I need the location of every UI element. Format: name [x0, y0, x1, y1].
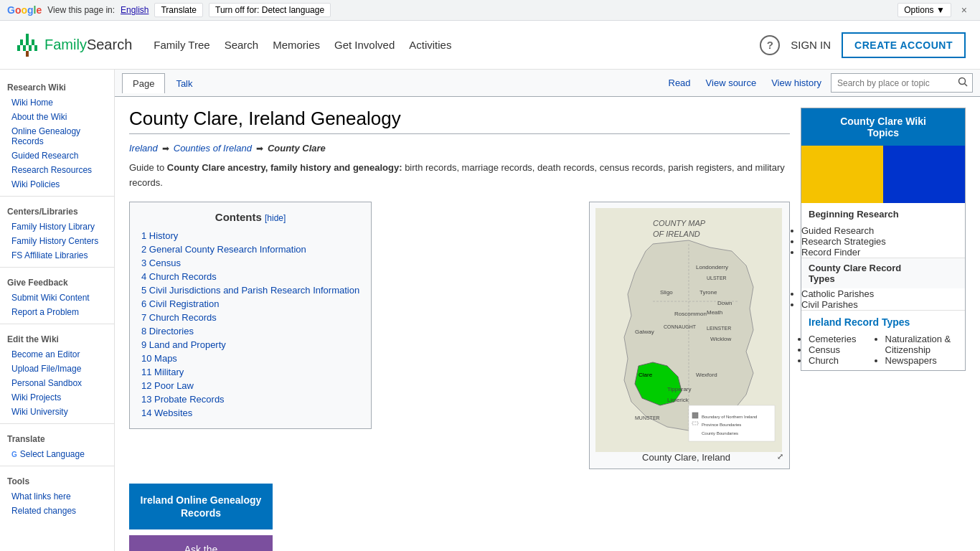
logo[interactable]: FamilySearch	[14, 32, 132, 58]
action-read[interactable]: Read	[663, 75, 697, 91]
help-icon[interactable]: ?	[760, 35, 780, 55]
svg-rect-1	[20, 39, 23, 45]
sidebar-divider-2	[0, 267, 114, 268]
contents-link-directories[interactable]: 8 Directories	[141, 326, 194, 336]
sidebar-item-related-changes[interactable]: Related changes	[0, 504, 114, 518]
contents-link-civil-jurisdictions[interactable]: 5 Civil Jurisdictions and Parish Researc…	[141, 285, 359, 296]
sidebar-item-personal-sandbox[interactable]: Personal Sandbox	[0, 376, 114, 390]
beginning-research-header: Beginning Research	[801, 203, 965, 225]
breadcrumb-arrow-1: ➡	[162, 143, 169, 154]
sidebar-item-become-editor[interactable]: Become an Editor	[0, 347, 114, 362]
county-flag	[801, 146, 965, 203]
sidebar-item-select-language[interactable]: G Select Language	[0, 447, 114, 461]
flag-gold	[801, 146, 883, 203]
sidebar-item-wiki-home[interactable]: Wiki Home	[0, 95, 114, 110]
svg-text:Down: Down	[717, 300, 732, 306]
link-guided-research[interactable]: Guided Research	[801, 225, 874, 236]
link-cemeteries[interactable]: Cemeteries	[809, 334, 856, 344]
sidebar-item-research-resources[interactable]: Research Resources	[0, 163, 114, 177]
sidebar-item-family-history-centers[interactable]: Family History Centers	[0, 234, 114, 248]
nav-family-tree[interactable]: Family Tree	[154, 39, 209, 51]
sidebar-item-fs-affiliate[interactable]: FS Affiliate Libraries	[0, 248, 114, 263]
translate-button[interactable]: Translate	[154, 3, 203, 17]
link-record-finder[interactable]: Record Finder	[801, 247, 860, 258]
link-census[interactable]: Census	[809, 344, 840, 355]
create-account-button[interactable]: CREATE ACCOUNT	[842, 32, 966, 58]
svg-rect-8	[26, 51, 29, 57]
map-expand-icon[interactable]: ⤢	[777, 452, 783, 461]
nav-search[interactable]: Search	[225, 39, 259, 51]
nav-activities[interactable]: Activities	[409, 39, 451, 51]
breadcrumb-ireland[interactable]: Ireland	[129, 143, 158, 154]
sidebar-item-wiki-projects[interactable]: Wiki Projects	[0, 390, 114, 405]
search-icon	[958, 77, 968, 87]
nav-get-involved[interactable]: Get Involved	[334, 39, 395, 51]
action-view-history[interactable]: View history	[765, 75, 827, 91]
contents-link-probate[interactable]: 13 Probate Records	[141, 394, 225, 405]
list-item: 8 Directories	[141, 324, 359, 338]
link-civil-parishes[interactable]: Civil Parishes	[801, 299, 858, 310]
content-area: Page Talk Read View source View history	[115, 70, 980, 551]
link-newspapers[interactable]: Newspapers	[885, 355, 937, 366]
link-church[interactable]: Church	[809, 355, 839, 366]
tab-page[interactable]: Page	[122, 73, 165, 93]
link-catholic-parishes[interactable]: Catholic Parishes	[801, 288, 874, 299]
ireland-map-image: COUNTY MAP OF IRELAND Londonderr	[595, 208, 782, 452]
list-item: 13 Probate Records	[141, 392, 359, 406]
svg-text:ULSTER: ULSTER	[707, 276, 727, 281]
translate-options-button[interactable]: Options ▼	[897, 3, 951, 17]
list-item: Guided Research	[801, 225, 965, 236]
ireland-genealogy-button[interactable]: Ireland Online GenealogyRecords	[129, 484, 273, 529]
breadcrumb-counties[interactable]: Counties of Ireland	[174, 143, 252, 154]
contents-link-church2[interactable]: 7 Church Records	[141, 312, 217, 323]
contents-hide-link[interactable]: [hide]	[265, 213, 286, 223]
translate-language-link[interactable]: English	[121, 5, 149, 15]
sidebar-item-what-links[interactable]: What links here	[0, 489, 114, 504]
contents-link-poor-law[interactable]: 12 Poor Law	[141, 380, 194, 391]
link-research-strategies[interactable]: Research Strategies	[801, 236, 886, 247]
breadcrumb-current: County Clare	[268, 143, 326, 154]
contents-link-general[interactable]: 2 General County Research Information	[141, 244, 306, 255]
ask-community-button[interactable]: Ask theCommunity	[129, 535, 273, 551]
svg-text:Tipperary: Tipperary	[667, 386, 692, 392]
contents-link-military[interactable]: 11 Military	[141, 367, 184, 377]
sign-in-button[interactable]: SIGN IN	[791, 39, 831, 51]
turn-off-button[interactable]: Turn off for: Detect language	[209, 3, 331, 17]
google-logo: Google	[7, 4, 42, 16]
sidebar-item-wiki-policies[interactable]: Wiki Policies	[0, 177, 114, 192]
contents-link-church1[interactable]: 4 Church Records	[141, 271, 217, 282]
contents-link-maps[interactable]: 10 Maps	[141, 353, 177, 364]
list-item: 7 Church Records	[141, 311, 359, 324]
sidebar-item-about-wiki[interactable]: About the Wiki	[0, 110, 114, 124]
contents-link-history[interactable]: 1 History	[141, 230, 178, 241]
wiki-sidebar-box: County Clare WikiTopics Beginning Resear…	[801, 108, 966, 371]
list-item: 9 Land and Property	[141, 338, 359, 352]
sidebar-item-guided-research[interactable]: Guided Research	[0, 149, 114, 163]
contents-link-civil-reg[interactable]: 6 Civil Registration	[141, 298, 219, 309]
contents-link-websites[interactable]: 14 Websites	[141, 408, 192, 418]
wiki-search-button[interactable]	[956, 75, 969, 90]
sidebar-item-upload-file[interactable]: Upload File/Image	[0, 362, 114, 376]
sidebar-item-wiki-university[interactable]: Wiki University	[0, 405, 114, 419]
contents-link-census[interactable]: 3 Census	[141, 258, 181, 268]
tab-talk[interactable]: Talk	[165, 73, 203, 93]
tab-actions: Read View source View history	[663, 73, 974, 93]
translate-close-button[interactable]: ×	[956, 3, 973, 17]
breadcrumb-arrow-2: ➡	[256, 143, 263, 154]
link-naturalization[interactable]: Naturalization & Citizenship	[885, 334, 951, 355]
ireland-map-svg: COUNTY MAP OF IRELAND Londonderr	[595, 208, 782, 452]
action-view-source[interactable]: View source	[700, 75, 763, 91]
wiki-search-input[interactable]	[834, 77, 956, 90]
sidebar: Research Wiki Wiki Home About the Wiki O…	[0, 70, 115, 551]
translate-bar: Google View this page in: English Transl…	[0, 0, 980, 21]
sidebar-item-report-problem[interactable]: Report a Problem	[0, 305, 114, 319]
sidebar-item-online-genealogy[interactable]: Online Genealogy Records	[0, 124, 114, 149]
svg-line-10	[965, 84, 968, 87]
page-title: County Clare, Ireland Genealogy	[129, 108, 790, 134]
sidebar-item-family-history-library[interactable]: Family History Library	[0, 220, 114, 234]
map-caption: County Clare, Ireland ⤢	[595, 452, 783, 463]
contents-link-land[interactable]: 9 Land and Property	[141, 339, 226, 350]
nav-memories[interactable]: Memories	[273, 39, 320, 51]
svg-text:Sligo: Sligo	[660, 289, 673, 296]
sidebar-item-submit-wiki[interactable]: Submit Wiki Content	[0, 291, 114, 305]
